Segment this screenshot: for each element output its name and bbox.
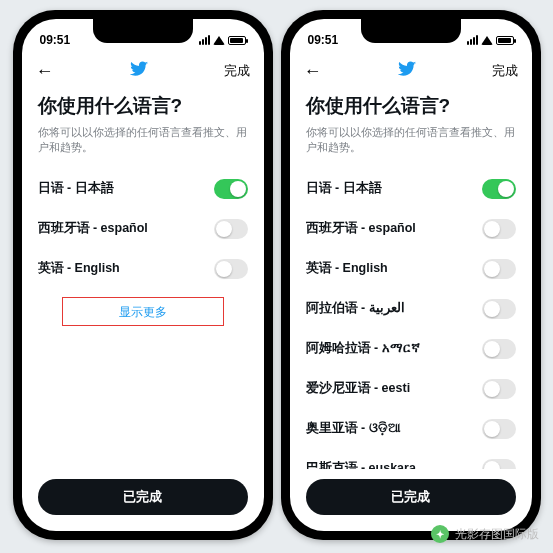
notch: [93, 19, 193, 43]
show-more-button[interactable]: 显示更多: [95, 297, 191, 327]
language-toggle[interactable]: [482, 459, 516, 469]
language-row[interactable]: 日语 - 日本語: [306, 169, 516, 209]
language-label: 日语 - 日本語: [38, 180, 114, 197]
language-row[interactable]: 奥里亚语 - ଓଡ଼ିଆ: [306, 409, 516, 449]
language-toggle[interactable]: [482, 379, 516, 399]
status-time: 09:51: [40, 33, 71, 47]
language-row[interactable]: 英语 - English: [38, 249, 248, 289]
back-button[interactable]: ←: [304, 61, 322, 82]
signal-icon: [199, 35, 210, 45]
phone-right: 09:51 ← 完成 你使用什么语言? 你将可以以你选择的任何语言查看推文、用户…: [281, 10, 541, 540]
battery-icon: [228, 36, 246, 45]
nav-bar: ← 完成: [290, 53, 532, 89]
language-label: 奥里亚语 - ଓଡ଼ିଆ: [306, 420, 401, 437]
language-toggle[interactable]: [482, 299, 516, 319]
highlight-box: 显示更多: [62, 297, 224, 326]
nav-done-button[interactable]: 完成: [224, 62, 250, 80]
status-indicators: [199, 35, 246, 45]
screen: 09:51 ← 完成 你使用什么语言? 你将可以以你选择的任何语言查看推文、用户…: [290, 19, 532, 531]
done-button[interactable]: 已完成: [38, 479, 248, 515]
page-title: 你使用什么语言?: [38, 93, 248, 119]
twitter-logo-icon: [129, 59, 149, 83]
wifi-icon: [213, 36, 225, 45]
content: 你使用什么语言? 你将可以以你选择的任何语言查看推文、用户和趋势。 日语 - 日…: [22, 89, 264, 469]
nav-bar: ← 完成: [22, 53, 264, 89]
language-toggle[interactable]: [482, 259, 516, 279]
language-toggle[interactable]: [214, 219, 248, 239]
notch: [361, 19, 461, 43]
watermark-text: 光影存图国际版: [455, 526, 539, 543]
language-label: 阿拉伯语 - العربية: [306, 300, 405, 317]
watermark: ✦ 光影存图国际版: [431, 525, 539, 543]
status-indicators: [467, 35, 514, 45]
language-toggle[interactable]: [214, 259, 248, 279]
language-label: 日语 - 日本語: [306, 180, 382, 197]
language-list: 日语 - 日本語 西班牙语 - español 英语 - English 显示更…: [38, 169, 248, 469]
language-row[interactable]: 西班牙语 - español: [38, 209, 248, 249]
battery-icon: [496, 36, 514, 45]
language-toggle[interactable]: [482, 339, 516, 359]
language-row[interactable]: 巴斯克语 - euskara: [306, 449, 516, 469]
language-toggle[interactable]: [482, 179, 516, 199]
language-label: 西班牙语 - español: [38, 220, 148, 237]
wifi-icon: [481, 36, 493, 45]
twitter-logo-icon: [397, 59, 417, 83]
status-time: 09:51: [308, 33, 339, 47]
footer: 已完成: [290, 469, 532, 531]
language-label: 英语 - English: [38, 260, 120, 277]
footer: 已完成: [22, 469, 264, 531]
language-row[interactable]: 日语 - 日本語: [38, 169, 248, 209]
language-row[interactable]: 英语 - English: [306, 249, 516, 289]
language-toggle[interactable]: [214, 179, 248, 199]
language-label: 巴斯克语 - euskara: [306, 460, 416, 469]
wechat-icon: ✦: [431, 525, 449, 543]
language-row[interactable]: 阿姆哈拉语 - አማርኛ: [306, 329, 516, 369]
content: 你使用什么语言? 你将可以以你选择的任何语言查看推文、用户和趋势。 日语 - 日…: [290, 89, 532, 469]
page-subtitle: 你将可以以你选择的任何语言查看推文、用户和趋势。: [306, 125, 516, 155]
page-subtitle: 你将可以以你选择的任何语言查看推文、用户和趋势。: [38, 125, 248, 155]
language-toggle[interactable]: [482, 219, 516, 239]
language-label: 爱沙尼亚语 - eesti: [306, 380, 411, 397]
language-toggle[interactable]: [482, 419, 516, 439]
language-label: 英语 - English: [306, 260, 388, 277]
screen: 09:51 ← 完成 你使用什么语言? 你将可以以你选择的任何语言查看推文、用户…: [22, 19, 264, 531]
language-label: 阿姆哈拉语 - አማርኛ: [306, 340, 420, 357]
language-label: 西班牙语 - español: [306, 220, 416, 237]
page-title: 你使用什么语言?: [306, 93, 516, 119]
language-row[interactable]: 阿拉伯语 - العربية: [306, 289, 516, 329]
back-button[interactable]: ←: [36, 61, 54, 82]
language-row[interactable]: 爱沙尼亚语 - eesti: [306, 369, 516, 409]
signal-icon: [467, 35, 478, 45]
language-row[interactable]: 西班牙语 - español: [306, 209, 516, 249]
phone-left: 09:51 ← 完成 你使用什么语言? 你将可以以你选择的任何语言查看推文、用户…: [13, 10, 273, 540]
language-list[interactable]: 日语 - 日本語西班牙语 - español英语 - English阿拉伯语 -…: [306, 169, 516, 469]
done-button[interactable]: 已完成: [306, 479, 516, 515]
nav-done-button[interactable]: 完成: [492, 62, 518, 80]
